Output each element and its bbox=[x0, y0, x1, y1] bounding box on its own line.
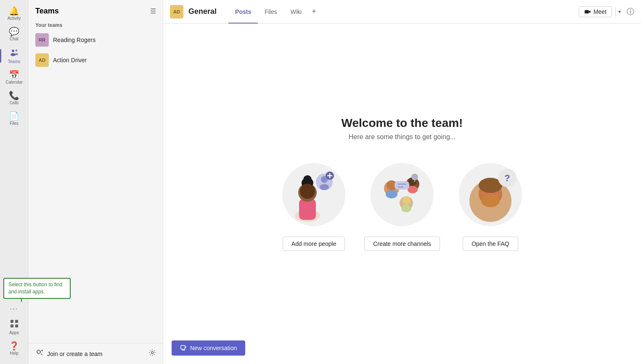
sidebar-title: Teams bbox=[35, 7, 59, 16]
team-avatar-rr: RR bbox=[35, 33, 49, 47]
open-faq-button[interactable]: Open the FAQ bbox=[463, 237, 518, 251]
meet-button[interactable]: Meet bbox=[579, 6, 612, 17]
new-conversation-bar: New conversation bbox=[172, 340, 633, 356]
tab-posts[interactable]: Posts bbox=[228, 0, 258, 24]
team-item-rr[interactable]: RR Reading Rogers ··· bbox=[29, 30, 163, 50]
svg-text:?: ? bbox=[504, 173, 510, 183]
nav-item-chat[interactable]: 💬 Chat bbox=[0, 24, 28, 45]
svg-rect-13 bbox=[585, 10, 589, 13]
new-conversation-button[interactable]: New conversation bbox=[172, 340, 245, 356]
nav-label-calls: Calls bbox=[9, 100, 19, 105]
more-icon: ··· bbox=[10, 306, 18, 312]
svg-point-2 bbox=[11, 53, 16, 56]
info-icon[interactable]: ⓘ bbox=[627, 7, 634, 17]
help-icon: ❓ bbox=[9, 342, 19, 350]
nav-item-apps[interactable]: Apps bbox=[0, 316, 28, 338]
svg-point-12 bbox=[151, 352, 154, 354]
apps-icon bbox=[10, 319, 19, 330]
files-icon: 📄 bbox=[9, 112, 19, 120]
svg-point-36 bbox=[401, 205, 411, 212]
svg-point-19 bbox=[303, 175, 312, 184]
svg-rect-16 bbox=[299, 199, 316, 220]
svg-point-35 bbox=[402, 196, 411, 205]
team-item-ad[interactable]: AD Action Driver ··· bbox=[29, 50, 163, 70]
svg-point-1 bbox=[15, 50, 17, 52]
welcome-title: Welcome to the team! bbox=[342, 116, 463, 130]
join-icon bbox=[35, 348, 44, 359]
join-create-team[interactable]: Join or create a team bbox=[35, 348, 103, 359]
activity-icon: 🔔 bbox=[9, 7, 19, 15]
settings-icon[interactable] bbox=[148, 349, 156, 359]
tab-wiki[interactable]: Wiki bbox=[284, 0, 308, 24]
tab-add-button[interactable]: + bbox=[308, 7, 320, 16]
nav-label-calendar: Calendar bbox=[5, 80, 23, 84]
nav-item-files[interactable]: 📄 Files bbox=[0, 108, 28, 129]
svg-rect-7 bbox=[15, 324, 18, 327]
welcome-area: Welcome to the team! Here are some thing… bbox=[163, 24, 641, 364]
calls-icon: 📞 bbox=[9, 91, 19, 100]
action-card-create-channels: Create more channels bbox=[364, 161, 440, 251]
join-create-label: Join or create a team bbox=[47, 351, 103, 357]
add-people-illustration bbox=[280, 161, 347, 228]
svg-point-23 bbox=[320, 184, 329, 190]
nav-label-teams: Teams bbox=[8, 59, 20, 64]
nav-item-more[interactable]: ··· bbox=[0, 302, 28, 316]
teams-icon bbox=[10, 48, 19, 58]
svg-point-9 bbox=[37, 350, 40, 353]
nav-label-help: Help bbox=[10, 351, 19, 356]
nav-item-teams[interactable]: Teams bbox=[0, 45, 28, 67]
channel-avatar: AD bbox=[170, 5, 183, 18]
nav-item-activity[interactable]: 🔔 Activity bbox=[0, 3, 28, 24]
team-name-rr: Reading Rogers bbox=[53, 37, 146, 43]
action-cards: Add more people bbox=[280, 161, 524, 251]
compose-icon bbox=[180, 345, 187, 351]
nav-label-files: Files bbox=[10, 121, 19, 126]
nav-label-chat: Chat bbox=[10, 37, 19, 41]
svg-rect-5 bbox=[15, 320, 18, 323]
nav-item-calendar[interactable]: 📅 Calendar bbox=[0, 67, 28, 88]
team-name-ad: Action Driver bbox=[53, 57, 146, 63]
action-card-faq: ? Open the FAQ bbox=[457, 161, 524, 251]
left-nav: 🔔 Activity 💬 Chat Teams 📅 Calend bbox=[0, 0, 29, 364]
action-card-add-people: Add more people bbox=[280, 161, 347, 251]
section-label-your-teams: Your teams bbox=[29, 19, 163, 30]
calendar-icon: 📅 bbox=[9, 71, 19, 79]
teams-sidebar: Teams ☰ Your teams RR Reading Rogers ···… bbox=[29, 0, 163, 364]
sidebar-header: Teams ☰ bbox=[29, 0, 163, 19]
faq-illustration: ? bbox=[457, 161, 524, 228]
nav-item-calls[interactable]: 📞 Calls bbox=[0, 88, 28, 108]
nav-label-activity: Activity bbox=[8, 16, 21, 21]
svg-rect-53 bbox=[181, 346, 185, 349]
svg-point-20 bbox=[300, 184, 315, 199]
svg-point-27 bbox=[371, 163, 434, 226]
welcome-subtitle: Here are some things to get going... bbox=[349, 133, 456, 141]
create-more-channels-button[interactable]: Create more channels bbox=[364, 237, 440, 251]
meet-dropdown-icon[interactable]: ▾ bbox=[615, 7, 623, 16]
chat-icon: 💬 bbox=[9, 27, 19, 36]
svg-point-30 bbox=[386, 190, 397, 198]
top-bar-right: Meet ▾ ⓘ bbox=[579, 6, 634, 17]
channel-name: General bbox=[188, 7, 217, 16]
tab-bar: Posts Files Wiki + bbox=[228, 0, 574, 23]
main-content: AD General Posts Files Wiki + Meet ▾ bbox=[163, 0, 641, 364]
top-bar: AD General Posts Files Wiki + Meet ▾ bbox=[163, 0, 641, 24]
svg-point-0 bbox=[12, 50, 14, 52]
video-icon bbox=[584, 8, 591, 15]
add-more-people-button[interactable]: Add more people bbox=[283, 237, 345, 251]
nav-label-apps: Apps bbox=[9, 330, 19, 335]
svg-rect-6 bbox=[11, 324, 13, 327]
sidebar-bottom: Join or create a team bbox=[29, 343, 163, 364]
svg-point-3 bbox=[15, 53, 18, 55]
team-avatar-ad: AD bbox=[35, 53, 49, 67]
nav-item-help[interactable]: ❓ Help bbox=[0, 338, 28, 359]
svg-rect-37 bbox=[395, 181, 409, 190]
create-channels-illustration bbox=[368, 161, 436, 228]
tab-files[interactable]: Files bbox=[258, 0, 284, 24]
sidebar-menu-icon[interactable]: ☰ bbox=[150, 7, 156, 15]
svg-point-46 bbox=[481, 195, 500, 207]
svg-rect-4 bbox=[11, 320, 13, 323]
